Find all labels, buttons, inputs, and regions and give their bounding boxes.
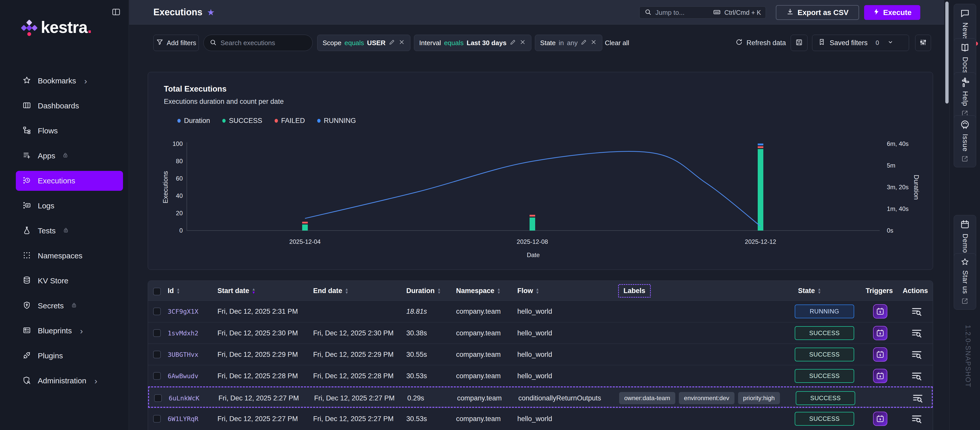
sidebar-item-blueprints[interactable]: Blueprints›	[16, 321, 123, 341]
floppy-icon	[795, 38, 803, 47]
saved-filters-count-badge: 0	[872, 37, 883, 48]
close-icon[interactable]	[398, 39, 405, 47]
row-overview-icon[interactable]	[912, 392, 923, 404]
column-header-id[interactable]: Id▲▼	[168, 281, 180, 301]
favorite-star-icon[interactable]: ★	[207, 7, 215, 17]
sidebar-item-plugins[interactable]: Plugins	[16, 346, 123, 366]
vertical-scrollbar[interactable]	[945, 2, 948, 103]
sidebar-item-label: Secrets	[38, 301, 64, 310]
saved-filters-button[interactable]: Saved filters 0	[812, 35, 909, 51]
sort-icon[interactable]: ▲▼	[252, 287, 256, 294]
execution-id-link[interactable]: 6W1LYRqR	[168, 408, 198, 430]
sidebar-item-logs[interactable]: Logs	[16, 196, 123, 216]
end-date-cell: Fri, Dec 12, 2025 2:30 PM	[313, 322, 393, 344]
row-overview-icon[interactable]	[911, 327, 922, 339]
row-checkbox[interactable]	[153, 308, 161, 315]
svg-text:Duration: Duration	[913, 175, 920, 200]
rightbar-button-docs[interactable]: Docs	[954, 38, 976, 78]
column-header-state[interactable]: State▲▼	[798, 281, 821, 301]
sidebar-item-secrets[interactable]: Secrets	[16, 296, 123, 316]
column-header-duration[interactable]: Duration▲▼	[406, 281, 441, 301]
schedule-trigger-icon[interactable]	[873, 412, 887, 426]
row-checkbox[interactable]	[153, 329, 161, 337]
edit-pencil-icon[interactable]	[389, 39, 395, 47]
execution-id-link[interactable]: 6uLnkWcK	[169, 387, 199, 409]
execution-id-link[interactable]: 1svMdxh2	[168, 322, 198, 344]
close-icon[interactable]	[590, 39, 597, 47]
refresh-data-button[interactable]: Refresh data	[735, 35, 786, 51]
sort-icon[interactable]: ▲▼	[177, 287, 180, 294]
rightbar-button-help[interactable]: Help	[954, 73, 976, 122]
sidebar-item-namespaces[interactable]: Namespaces	[16, 246, 123, 266]
execute-button[interactable]: Execute	[864, 5, 920, 20]
label-chip[interactable]: environment:dev	[679, 392, 734, 404]
execution-id-link[interactable]: 3UBGTHvx	[168, 344, 198, 365]
svg-text:1m, 40s: 1m, 40s	[887, 205, 908, 212]
label-chip[interactable]: owner:data-team	[619, 392, 675, 404]
rightbar-button-star-us[interactable]: Star us	[954, 253, 976, 309]
table-row[interactable]: 3CF9gX1XFri, Dec 12, 2025 2:31 PM18.81sc…	[148, 301, 933, 322]
filter-bar: Add filters ScopeequalsUSERIntervalequal…	[129, 24, 944, 55]
state-badge-success: SUCCESS	[795, 412, 854, 426]
search-executions-input[interactable]	[221, 39, 307, 47]
row-checkbox[interactable]	[153, 372, 161, 380]
schedule-trigger-icon[interactable]	[873, 304, 887, 319]
sidebar-item-dashboards[interactable]: Dashboards	[16, 96, 123, 116]
display-options-button[interactable]	[915, 35, 931, 51]
sidebar-item-executions[interactable]: Executions	[16, 171, 123, 191]
kestra-logo[interactable]: kestra.	[20, 16, 112, 42]
edit-pencil-icon[interactable]	[510, 39, 516, 47]
table-row[interactable]: 6W1LYRqRFri, Dec 12, 2025 2:27 PMFri, De…	[148, 408, 933, 429]
row-checkbox[interactable]	[154, 394, 162, 402]
column-header-flow[interactable]: Flow▲▼	[517, 281, 539, 301]
sidebar-item-bookmarks[interactable]: Bookmarks›	[16, 71, 123, 91]
bar-2025-12-08-failed	[530, 215, 535, 217]
chip-value: Last 30 days	[467, 39, 507, 47]
sort-icon[interactable]: ▲▼	[818, 287, 821, 294]
sidebar-item-kv-store[interactable]: KV Store	[16, 271, 123, 291]
add-filters-button[interactable]: Add filters	[153, 35, 199, 51]
sidebar-collapse-icon[interactable]	[111, 7, 121, 17]
row-overview-icon[interactable]	[911, 370, 922, 382]
rightbar-button-issue[interactable]: Issue	[954, 115, 976, 167]
row-overview-icon[interactable]	[911, 349, 922, 360]
schedule-trigger-icon[interactable]	[873, 369, 887, 383]
save-filter-button[interactable]	[791, 35, 808, 51]
row-checkbox[interactable]	[153, 351, 161, 358]
table-row[interactable]: 6AwBwudvFri, Dec 12, 2025 2:28 PMFri, De…	[148, 365, 933, 386]
sort-icon[interactable]: ▲▼	[437, 287, 441, 294]
clear-all-button[interactable]: Clear all	[605, 35, 629, 51]
row-overview-icon[interactable]	[911, 413, 922, 424]
jump-to-search[interactable]: Jump to... Ctrl/Cmd + K	[639, 6, 766, 19]
apps-icon	[22, 151, 31, 161]
filter-chip-interval[interactable]: IntervalequalsLast 30 days	[414, 35, 531, 51]
column-header-start-date[interactable]: Start date▲▼	[218, 281, 256, 301]
execution-id-link[interactable]: 6AwBwudv	[168, 365, 198, 387]
column-header-namespace[interactable]: Namespace▲▼	[456, 281, 501, 301]
filter-chip-scope[interactable]: ScopeequalsUSER	[317, 35, 410, 51]
sort-icon[interactable]: ▲▼	[345, 287, 348, 294]
table-row[interactable]: 3UBGTHvxFri, Dec 12, 2025 2:29 PMFri, De…	[148, 344, 933, 365]
table-row[interactable]: 6uLnkWcKFri, Dec 12, 2025 2:27 PMFri, De…	[148, 386, 933, 408]
namespace-cell: company.team	[456, 322, 501, 344]
sidebar-item-tests[interactable]: Tests	[16, 221, 123, 241]
label-chip[interactable]: priority:high	[738, 392, 780, 404]
row-checkbox[interactable]	[153, 415, 161, 423]
close-icon[interactable]	[519, 39, 526, 47]
end-date-cell: Fri, Dec 12, 2025 2:29 PM	[313, 344, 393, 365]
edit-pencil-icon[interactable]	[581, 39, 587, 47]
sort-icon[interactable]: ▲▼	[497, 287, 501, 294]
schedule-trigger-icon[interactable]	[873, 326, 887, 340]
sort-icon[interactable]: ▲▼	[536, 287, 539, 294]
sidebar-item-administration[interactable]: Administration›	[16, 371, 123, 391]
select-all-checkbox[interactable]	[153, 288, 161, 295]
filter-chip-state[interactable]: Stateinany	[535, 35, 603, 51]
execution-id-link[interactable]: 3CF9gX1X	[168, 301, 198, 322]
row-overview-icon[interactable]	[911, 306, 922, 317]
table-row[interactable]: 1svMdxh2Fri, Dec 12, 2025 2:30 PMFri, De…	[148, 322, 933, 344]
column-header-end-date[interactable]: End date▲▼	[313, 281, 348, 301]
sidebar-item-apps[interactable]: Apps	[16, 146, 123, 166]
export-csv-button[interactable]: Export as CSV	[776, 5, 859, 20]
sidebar-item-flows[interactable]: Flows	[16, 121, 123, 141]
schedule-trigger-icon[interactable]	[873, 347, 887, 362]
